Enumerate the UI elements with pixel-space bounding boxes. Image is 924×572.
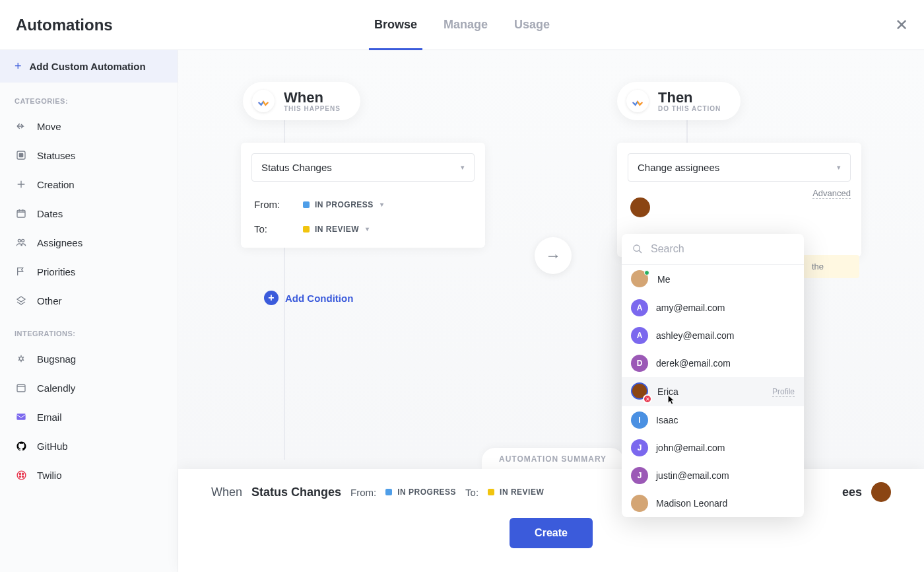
assignee-dropdown: Me A amy@email.com A ashley@email.com D … bbox=[622, 234, 804, 517]
sidebar-item-dates[interactable]: Dates bbox=[0, 199, 178, 228]
sidebar-item-statuses[interactable]: Statuses bbox=[0, 141, 178, 170]
sidebar-item-label: Statuses bbox=[37, 150, 75, 161]
to-row: To: IN REVIEW ▾ bbox=[241, 217, 485, 248]
summary-when-prefix: When bbox=[211, 485, 242, 499]
when-pill: When THIS HAPPENS bbox=[243, 82, 360, 120]
when-subtitle: THIS HAPPENS bbox=[284, 105, 341, 112]
status-icon bbox=[15, 149, 28, 162]
note-box: the bbox=[803, 255, 859, 278]
sidebar-item-label: GitHub bbox=[37, 441, 68, 452]
dropdown-item-label: Madison Leonard bbox=[656, 498, 727, 509]
svg-rect-2 bbox=[17, 210, 25, 217]
profile-link[interactable]: Profile bbox=[772, 387, 795, 397]
when-title: When bbox=[284, 90, 341, 105]
dropdown-item-john[interactable]: J john@email.com bbox=[622, 434, 804, 462]
from-label: From: bbox=[254, 199, 287, 210]
dropdown-item-isaac[interactable]: I Isaac bbox=[622, 406, 804, 434]
action-value: Change assignees bbox=[638, 162, 719, 173]
sidebar-item-priorities[interactable]: Priorities bbox=[0, 257, 178, 286]
avatar: A bbox=[631, 327, 648, 344]
dropdown-item-amy[interactable]: A amy@email.com bbox=[622, 294, 804, 322]
sidebar-item-label: Calendly bbox=[37, 382, 75, 394]
trigger-select[interactable]: Status Changes ▾ bbox=[251, 153, 475, 182]
sidebar-item-label: Assignees bbox=[37, 237, 82, 248]
summary-when-bold: Status Changes bbox=[251, 485, 341, 499]
svg-point-10 bbox=[22, 473, 23, 474]
dropdown-item-justin[interactable]: J justin@email.com bbox=[622, 462, 804, 489]
tab-usage[interactable]: Usage bbox=[514, 0, 550, 50]
sidebar-item-other[interactable]: Other bbox=[0, 286, 178, 315]
from-row: From: IN PROGRESS ▾ bbox=[241, 192, 485, 217]
svg-point-9 bbox=[19, 473, 20, 474]
sidebar-item-calendly[interactable]: Calendly bbox=[0, 373, 178, 402]
sidebar-item-email[interactable]: Email bbox=[0, 402, 178, 431]
dropdown-item-erica[interactable]: ✕ Erica Profile bbox=[622, 377, 804, 406]
add-custom-automation-button[interactable]: + Add Custom Automation bbox=[0, 50, 178, 83]
sidebar-item-label: Move bbox=[37, 121, 61, 132]
then-pill: Then DO THIS ACTION bbox=[617, 82, 741, 120]
svg-point-12 bbox=[22, 476, 23, 477]
github-icon bbox=[15, 439, 28, 452]
status-color-swatch bbox=[303, 201, 310, 208]
summary-to-chip: IN REVIEW bbox=[488, 487, 544, 497]
plus-icon: + bbox=[15, 59, 22, 73]
tab-browse[interactable]: Browse bbox=[374, 0, 417, 50]
other-icon bbox=[15, 294, 28, 307]
status-color-swatch bbox=[303, 226, 310, 232]
sidebar-item-twilio[interactable]: Twilio bbox=[0, 460, 178, 489]
clickup-logo-icon bbox=[626, 90, 649, 112]
integrations-heading: INTEGRATIONS: bbox=[0, 315, 178, 344]
summary-from-chip: IN PROGRESS bbox=[385, 487, 456, 497]
add-condition-button[interactable]: + Add Condition bbox=[251, 279, 366, 317]
svg-point-3 bbox=[18, 239, 20, 242]
flag-icon bbox=[15, 265, 28, 278]
summary-to-label: To: bbox=[465, 487, 478, 498]
dropdown-item-label: john@email.com bbox=[656, 443, 725, 453]
avatar: J bbox=[631, 467, 648, 484]
dropdown-item-label: derek@email.com bbox=[656, 358, 731, 369]
action-select[interactable]: Change assignees ▾ bbox=[628, 153, 851, 182]
to-status-chip[interactable]: IN REVIEW ▾ bbox=[303, 225, 370, 234]
create-button[interactable]: Create bbox=[510, 518, 593, 548]
chevron-down-icon: ▾ bbox=[461, 163, 465, 172]
dropdown-item-label: amy@email.com bbox=[656, 303, 725, 313]
sidebar-item-label: Creation bbox=[37, 179, 75, 190]
to-label: To: bbox=[254, 223, 287, 234]
dropdown-item-me[interactable]: Me bbox=[622, 265, 804, 294]
avatar: I bbox=[631, 411, 648, 429]
add-custom-label: Add Custom Automation bbox=[30, 61, 146, 72]
assignees-icon bbox=[15, 236, 28, 249]
categories-heading: CATEGORIES: bbox=[0, 83, 178, 112]
sidebar-item-github[interactable]: GitHub bbox=[0, 431, 178, 460]
svg-point-13 bbox=[634, 245, 640, 251]
trigger-value: Status Changes bbox=[261, 162, 332, 173]
sidebar-item-assignees[interactable]: Assignees bbox=[0, 228, 178, 257]
sidebar-item-move[interactable]: Move bbox=[0, 112, 178, 141]
sidebar-item-bugsnag[interactable]: Bugsnag bbox=[0, 344, 178, 373]
dropdown-item-derek[interactable]: D derek@email.com bbox=[622, 349, 804, 377]
svg-rect-7 bbox=[16, 413, 25, 419]
when-card: Status Changes ▾ From: IN PROGRESS ▾ To:… bbox=[241, 143, 485, 248]
close-icon[interactable]: ✕ bbox=[895, 16, 908, 34]
sidebar-item-label: Twilio bbox=[37, 470, 62, 481]
arrow-icon: → bbox=[535, 237, 572, 274]
calendar-icon bbox=[15, 207, 28, 220]
email-icon bbox=[15, 410, 28, 423]
dropdown-item-label: justin@email.com bbox=[656, 470, 729, 481]
chevron-down-icon: ▾ bbox=[380, 201, 384, 208]
sidebar-item-creation[interactable]: Creation bbox=[0, 170, 178, 199]
tab-manage[interactable]: Manage bbox=[444, 0, 488, 50]
search-input[interactable] bbox=[651, 243, 793, 255]
dropdown-item-madison[interactable]: Madison Leonard bbox=[622, 489, 804, 517]
status-color-swatch bbox=[385, 489, 392, 495]
summary-tab: AUTOMATION SUMMARY bbox=[482, 448, 624, 470]
advanced-link[interactable]: Advanced bbox=[812, 188, 851, 199]
from-status-chip[interactable]: IN PROGRESS ▾ bbox=[303, 200, 383, 209]
selected-assignee-avatar[interactable] bbox=[630, 197, 650, 217]
dropdown-item-label: Isaac bbox=[656, 415, 678, 425]
dropdown-item-label: ashley@email.com bbox=[656, 330, 734, 341]
dropdown-item-ashley[interactable]: A ashley@email.com bbox=[622, 322, 804, 349]
svg-point-8 bbox=[17, 471, 26, 480]
dropdown-item-label: Erica bbox=[657, 386, 678, 397]
avatar: J bbox=[631, 439, 648, 456]
